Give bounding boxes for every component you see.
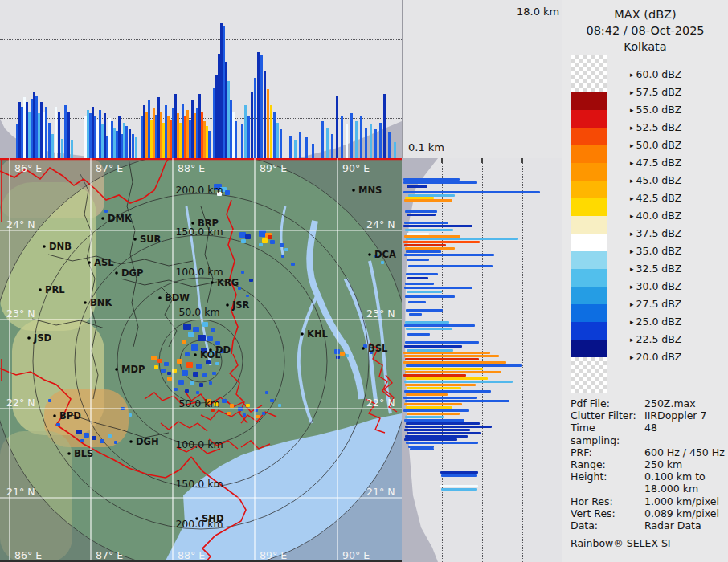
svg-text:86° E: 86° E — [14, 549, 42, 561]
scale-label: ▸55.0 dBZ — [630, 104, 726, 116]
echo-column — [270, 105, 272, 158]
echo-column — [273, 112, 276, 158]
echo-column — [208, 131, 211, 158]
echo-row — [406, 442, 478, 444]
echo-row — [405, 435, 468, 438]
echo-row — [405, 371, 501, 373]
scale-tick-arrow-icon: ▸ — [630, 353, 634, 361]
echo-row — [408, 265, 493, 267]
svg-text:PRL: PRL — [45, 284, 65, 295]
svg-text:BPD: BPD — [59, 410, 81, 422]
echo-row — [405, 321, 449, 324]
product-title: MAX (dBZ) — [562, 6, 728, 22]
dbz-colorbar — [571, 55, 607, 393]
svg-text:ASL: ASL — [94, 257, 114, 268]
svg-text:22° N: 22° N — [366, 397, 395, 409]
svg-text:21° N: 21° N — [366, 486, 395, 498]
svg-text:BRP: BRP — [198, 218, 219, 229]
svg-text:KHL: KHL — [307, 328, 329, 340]
radar-map-canvas[interactable]: 86° E86° E87° E87° E88° E88° E89° E89° E… — [0, 158, 402, 562]
scale-tick-arrow-icon: ▸ — [630, 230, 634, 238]
echo-column — [235, 121, 237, 158]
scale-label: ▸57.5 dBZ — [630, 86, 726, 98]
svg-text:50.0 km: 50.0 km — [178, 306, 219, 318]
scale-tick-arrow-icon: ▸ — [630, 159, 634, 167]
scale-label: ▸37.5 dBZ — [630, 227, 726, 239]
echo-column — [331, 134, 333, 158]
software-brand: Rainbow® SELEX-SI — [571, 537, 725, 549]
echo-column — [383, 94, 386, 158]
height-max-label: 18.0 km — [517, 6, 559, 18]
scale-label: ▸50.0 dBZ — [630, 139, 726, 151]
svg-text:90° E: 90° E — [342, 549, 370, 561]
svg-text:DNB: DNB — [49, 241, 72, 252]
scale-tick-arrow-icon: ▸ — [630, 318, 634, 326]
echo-row — [403, 181, 477, 184]
echo-row — [405, 229, 453, 231]
echo-row — [407, 333, 430, 336]
echo-column — [267, 89, 269, 158]
metadata-row: Pdf File:250Z.max — [571, 397, 725, 409]
echo-row — [407, 432, 481, 434]
echo-row — [403, 191, 540, 193]
product-metadata: Pdf File:250Z.maxClutter Filter:IIRDoppl… — [571, 397, 725, 549]
echo-row — [403, 374, 466, 377]
echo-row — [404, 355, 499, 357]
echo-row — [407, 185, 427, 188]
echo-row — [408, 301, 426, 303]
svg-text:23° N: 23° N — [6, 307, 35, 320]
echo-column — [260, 55, 263, 158]
echo-row — [407, 387, 461, 389]
echo-row — [406, 406, 452, 409]
echo-row — [405, 247, 455, 250]
metadata-row: Height:0.100 km to 18.000 km — [571, 470, 725, 495]
echo-column — [299, 132, 301, 158]
echo-row — [406, 422, 480, 425]
echo-column — [374, 129, 377, 158]
echo-column — [67, 112, 70, 158]
echo-row — [404, 368, 483, 370]
svg-text:100.0 km: 100.0 km — [175, 438, 223, 450]
scale-tick-arrow-icon: ▸ — [630, 212, 634, 220]
svg-text:22° N: 22° N — [6, 397, 35, 409]
echo-row — [406, 328, 452, 330]
svg-text:SHD: SHD — [202, 513, 223, 524]
echo-row — [404, 419, 464, 422]
legend-title-block: MAX (dBZ) 08:42 / 08-Oct-2025 Kolkata — [562, 6, 728, 55]
radar-app-window: 18.0 km 0.1 km — [0, 0, 728, 562]
scale-label: ▸20.0 dBZ — [630, 351, 726, 363]
echo-row — [406, 309, 443, 312]
metadata-row: Clutter Filter:IIRDoppler 7 — [571, 409, 725, 422]
svg-text:MDP: MDP — [121, 364, 145, 375]
scale-label: ▸42.5 dBZ — [630, 192, 726, 204]
echo-column — [336, 96, 338, 158]
scale-tick-arrow-icon: ▸ — [630, 265, 634, 273]
echo-row — [409, 313, 422, 316]
metadata-row: PRF:600 Hz / 450 Hz — [571, 446, 725, 458]
echo-row — [404, 403, 462, 405]
echo-column — [346, 124, 348, 158]
echo-column — [247, 116, 250, 158]
echo-column — [244, 105, 247, 158]
echo-row — [403, 352, 490, 354]
echo-row — [404, 390, 491, 393]
svg-text:BDW: BDW — [165, 292, 190, 303]
scale-tick-arrow-icon: ▸ — [630, 124, 634, 132]
echo-row — [404, 254, 494, 256]
echo-column — [289, 136, 292, 158]
svg-text:150.0 km: 150.0 km — [175, 478, 223, 490]
echo-row — [404, 345, 462, 348]
scale-label: ▸47.5 dBZ — [630, 157, 726, 169]
svg-text:87° E: 87° E — [96, 162, 123, 174]
echo-row — [405, 358, 479, 360]
echo-column — [264, 71, 266, 158]
echo-column — [129, 129, 131, 158]
scale-label: ▸30.0 dBZ — [630, 280, 726, 292]
echo-column — [388, 132, 391, 158]
echo-column — [326, 128, 329, 158]
echo-column — [45, 107, 47, 158]
echo-column — [254, 78, 256, 158]
echo-row — [407, 413, 460, 415]
svg-text:88° E: 88° E — [178, 162, 205, 174]
echo-row — [403, 178, 460, 181]
